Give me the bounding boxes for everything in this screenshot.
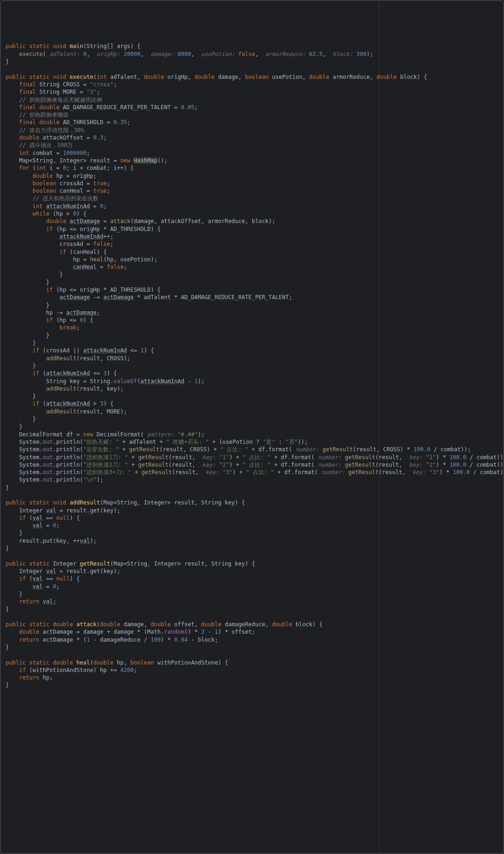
code-editor[interactable]: public static void main(String[] args) {…: [6, 42, 498, 689]
